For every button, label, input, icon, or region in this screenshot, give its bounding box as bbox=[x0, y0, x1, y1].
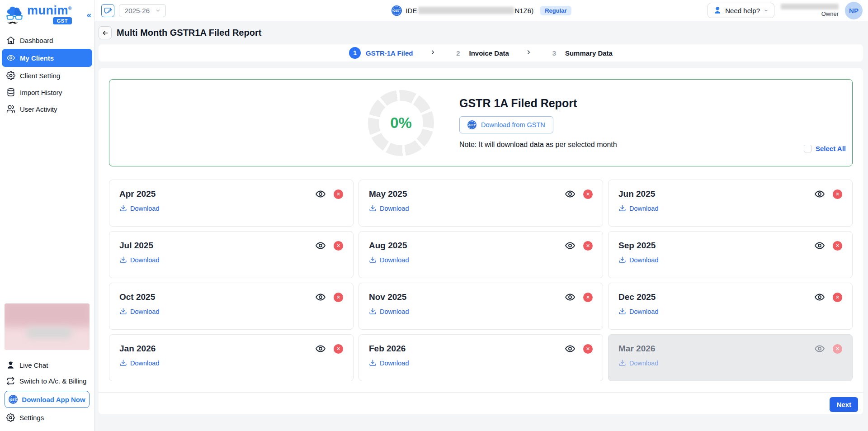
download-link[interactable]: Download bbox=[618, 256, 659, 264]
step-gstr1a-filed[interactable]: 1 GSTR-1A Filed bbox=[349, 47, 413, 59]
preview-button[interactable] bbox=[565, 343, 576, 354]
remove-month-button[interactable]: ✕ bbox=[334, 189, 343, 199]
download-icon bbox=[369, 256, 377, 264]
download-link[interactable]: Download bbox=[119, 308, 160, 315]
month-label: Oct 2025 bbox=[119, 292, 155, 302]
eye-icon bbox=[814, 189, 825, 199]
sidebar-collapse-icon[interactable]: « bbox=[86, 10, 91, 20]
preview-button[interactable] bbox=[315, 189, 326, 199]
download-label: Download bbox=[380, 360, 409, 367]
select-all-checkbox[interactable] bbox=[804, 145, 811, 152]
select-all-label: Select All bbox=[816, 145, 846, 152]
avatar[interactable]: NP bbox=[845, 2, 863, 19]
back-button[interactable] bbox=[99, 26, 112, 39]
settings-label: Settings bbox=[19, 414, 44, 422]
download-link[interactable]: Download bbox=[618, 204, 659, 212]
download-link[interactable]: Download bbox=[369, 308, 409, 315]
month-grid: Apr 2025 ✕ Download May 2025 ✕ bbox=[109, 180, 853, 381]
download-link[interactable]: Download bbox=[369, 359, 409, 367]
settings-button[interactable]: Settings bbox=[2, 410, 92, 426]
sidebar-item-my-clients[interactable]: My Clients bbox=[2, 49, 92, 67]
preview-button[interactable] bbox=[315, 292, 326, 303]
live-chat-label: Live Chat bbox=[19, 361, 48, 369]
eye-icon bbox=[565, 343, 576, 354]
step-invoice-data[interactable]: 2 Invoice Data bbox=[453, 49, 509, 57]
remove-month-button[interactable]: ✕ bbox=[833, 293, 842, 302]
step-summary-data[interactable]: 3 Summary Data bbox=[548, 49, 613, 57]
sidebar-item-client-setting[interactable]: Client Setting bbox=[2, 67, 92, 84]
live-chat-button[interactable]: Live Chat bbox=[2, 357, 92, 373]
remove-month-button[interactable]: ✕ bbox=[583, 344, 593, 354]
next-button[interactable]: Next bbox=[830, 397, 858, 412]
remove-month-button[interactable]: ✕ bbox=[583, 293, 593, 302]
download-link[interactable]: Download bbox=[369, 204, 409, 212]
preview-button[interactable] bbox=[315, 240, 326, 251]
download-link[interactable]: Download bbox=[119, 204, 160, 212]
preview-button[interactable] bbox=[814, 240, 825, 251]
download-link[interactable]: Download bbox=[618, 359, 659, 367]
promo-banner[interactable] bbox=[5, 303, 90, 350]
download-link[interactable]: Download bbox=[369, 256, 409, 264]
eye-icon bbox=[814, 292, 825, 303]
download-link[interactable]: Download bbox=[618, 308, 659, 315]
download-label: Download bbox=[380, 308, 409, 315]
panel-footer: Next bbox=[99, 392, 863, 417]
preview-button[interactable] bbox=[565, 240, 576, 251]
eye-icon bbox=[315, 292, 326, 303]
sidebar-item-dashboard[interactable]: Dashboard bbox=[2, 32, 92, 48]
preview-button[interactable] bbox=[814, 189, 825, 199]
preview-button[interactable] bbox=[814, 343, 825, 354]
sidebar-item-import-history[interactable]: Import History bbox=[2, 84, 92, 100]
need-help-button[interactable]: Need help? bbox=[708, 3, 774, 18]
month-card: Apr 2025 ✕ Download bbox=[109, 180, 354, 227]
download-label: Download bbox=[130, 360, 160, 367]
database-icon bbox=[6, 88, 15, 97]
month-label: Sep 2025 bbox=[618, 241, 656, 251]
preview-button[interactable] bbox=[565, 189, 576, 199]
app-logo: munim® GST « bbox=[0, 0, 94, 28]
feedback-message-icon bbox=[104, 7, 112, 14]
remove-month-button[interactable]: ✕ bbox=[334, 241, 343, 251]
remove-month-button[interactable]: ✕ bbox=[833, 344, 842, 354]
sidebar-item-user-activity[interactable]: User Activity bbox=[2, 101, 92, 117]
month-card: Dec 2025 ✕ Download bbox=[608, 283, 853, 330]
gear-icon bbox=[6, 71, 15, 80]
download-app-button[interactable]: GST Download App Now bbox=[5, 391, 90, 408]
month-card: Sep 2025 ✕ Download bbox=[608, 231, 853, 278]
page-title: Multi Month GSTR1A Filed Report bbox=[117, 28, 261, 38]
sidebar-item-label: Client Setting bbox=[20, 72, 60, 80]
remove-month-button[interactable]: ✕ bbox=[583, 241, 593, 251]
download-label: Download bbox=[380, 256, 409, 264]
registered-mark: ® bbox=[68, 6, 72, 11]
sidebar-nav: Dashboard My Clients Client Setting Impo… bbox=[0, 32, 94, 118]
download-link[interactable]: Download bbox=[119, 359, 160, 367]
month-card: Aug 2025 ✕ Download bbox=[359, 231, 603, 278]
remove-month-button[interactable]: ✕ bbox=[334, 344, 343, 354]
download-label: Download bbox=[629, 360, 659, 367]
month-card: Nov 2025 ✕ Download bbox=[359, 283, 603, 330]
month-card: Mar 2026 ✕ Download bbox=[608, 334, 853, 381]
preview-button[interactable] bbox=[565, 292, 576, 303]
preview-button[interactable] bbox=[315, 343, 326, 354]
select-all-control[interactable]: Select All bbox=[804, 145, 846, 152]
switch-billing-button[interactable]: Switch to A/c. & Billing bbox=[2, 373, 92, 389]
financial-year-select[interactable]: 2025-26 bbox=[119, 4, 166, 17]
year-value: 2025-26 bbox=[125, 7, 150, 14]
feedback-button[interactable] bbox=[101, 4, 114, 17]
remove-month-button[interactable]: ✕ bbox=[833, 189, 842, 199]
preview-button[interactable] bbox=[814, 292, 825, 303]
report-panel: 0% GSTR 1A Filed Report GST Download fro… bbox=[99, 68, 863, 414]
remove-month-button[interactable]: ✕ bbox=[833, 241, 842, 251]
step-label: Invoice Data bbox=[469, 49, 509, 57]
download-link[interactable]: Download bbox=[119, 256, 160, 264]
download-icon bbox=[369, 204, 377, 212]
remove-month-button[interactable]: ✕ bbox=[334, 293, 343, 302]
download-from-gstn-button[interactable]: GST Download from GSTN bbox=[459, 116, 553, 133]
step-number: 3 bbox=[548, 49, 560, 57]
sidebar: munim® GST « Dashboard My Clients Client… bbox=[0, 0, 94, 431]
remove-month-button[interactable]: ✕ bbox=[583, 189, 593, 199]
download-label: Download bbox=[380, 205, 409, 212]
month-label: May 2025 bbox=[369, 189, 407, 199]
month-card: May 2025 ✕ Download bbox=[359, 180, 603, 227]
download-icon bbox=[119, 308, 127, 315]
